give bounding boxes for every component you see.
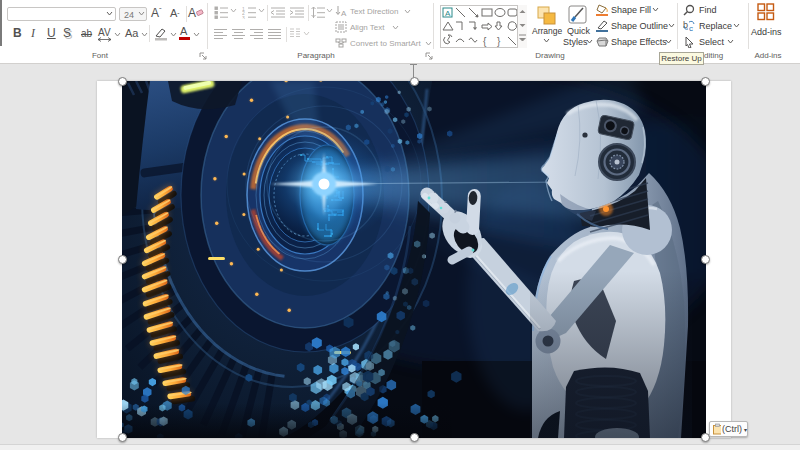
svg-text:}: } <box>497 36 501 47</box>
svg-text:A: A <box>445 9 451 18</box>
svg-text:b: b <box>683 20 688 30</box>
svg-text:c: c <box>689 24 693 32</box>
svg-text:3: 3 <box>242 15 245 20</box>
svg-text:A: A <box>341 9 347 17</box>
svg-text:{: { <box>483 36 487 47</box>
